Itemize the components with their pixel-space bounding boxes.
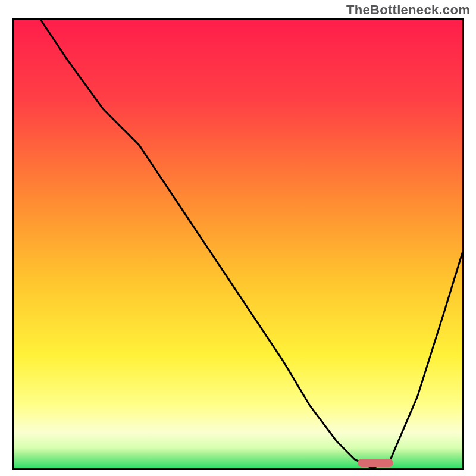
chart-plot-area bbox=[12, 18, 464, 470]
watermark-text: TheBottleneck.com bbox=[346, 2, 470, 18]
optimal-marker bbox=[358, 459, 394, 467]
chart-curve bbox=[14, 20, 462, 468]
